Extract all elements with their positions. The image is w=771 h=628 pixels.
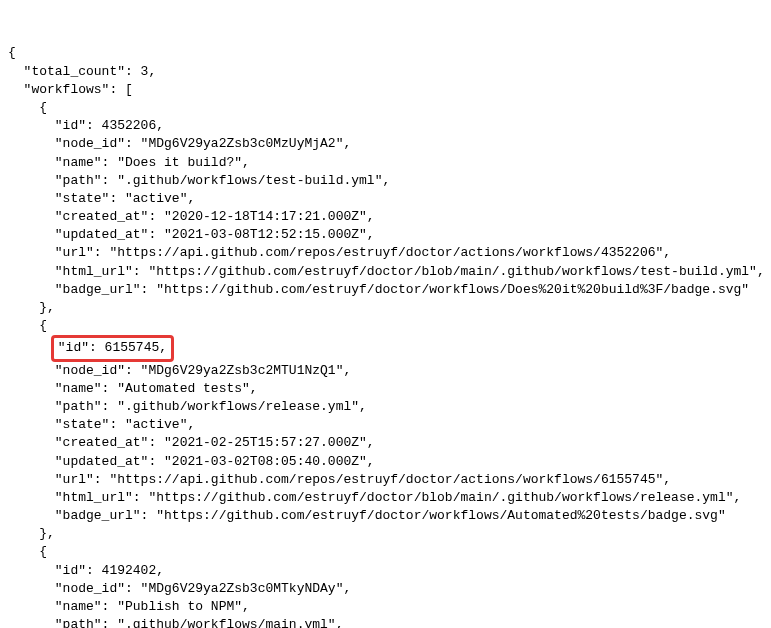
json-line: {	[8, 100, 47, 115]
json-line: "name": "Automated tests",	[8, 381, 258, 396]
json-line: "state": "active",	[8, 191, 195, 206]
json-line: "workflows": [	[8, 82, 133, 97]
json-line: "badge_url": "https://github.com/estruyf…	[8, 282, 749, 297]
json-line: "badge_url": "https://github.com/estruyf…	[8, 508, 726, 523]
json-line: "created_at": "2020-12-18T14:17:21.000Z"…	[8, 209, 375, 224]
json-line: "url": "https://api.github.com/repos/est…	[8, 472, 671, 487]
json-line: "state": "active",	[8, 417, 195, 432]
json-line: },	[8, 300, 55, 315]
highlighted-id-value: "id": 6155745,	[51, 335, 174, 361]
json-line: },	[8, 526, 55, 541]
json-line: "html_url": "https://github.com/estruyf/…	[8, 264, 765, 279]
json-line: "total_count": 3,	[8, 64, 156, 79]
json-line: "id": 4352206,	[8, 118, 164, 133]
json-line: {	[8, 318, 47, 333]
json-line: {	[8, 45, 16, 60]
json-output: { "total_count": 3, "workflows": [ { "id…	[8, 44, 763, 628]
indent	[8, 340, 55, 355]
json-line: "updated_at": "2021-03-08T12:52:15.000Z"…	[8, 227, 375, 242]
json-line: "node_id": "MDg6V29ya2Zsb3c0MzUyMjA2",	[8, 136, 351, 151]
json-line: "url": "https://api.github.com/repos/est…	[8, 245, 671, 260]
json-line: "created_at": "2021-02-25T15:57:27.000Z"…	[8, 435, 375, 450]
json-line: "node_id": "MDg6V29ya2Zsb3c2MTU1NzQ1",	[8, 363, 351, 378]
json-line: "path": ".github/workflows/main.yml",	[8, 617, 343, 628]
json-line: "name": "Does it build?",	[8, 155, 250, 170]
json-line: "name": "Publish to NPM",	[8, 599, 250, 614]
json-line: "html_url": "https://github.com/estruyf/…	[8, 490, 741, 505]
json-line: "id": 4192402,	[8, 563, 164, 578]
json-line-highlighted: "id": 6155745,	[8, 340, 174, 355]
json-line: "updated_at": "2021-03-02T08:05:40.000Z"…	[8, 454, 375, 469]
json-line: "path": ".github/workflows/test-build.ym…	[8, 173, 390, 188]
json-line: "node_id": "MDg6V29ya2Zsb3c0MTkyNDAy",	[8, 581, 351, 596]
json-line: {	[8, 544, 47, 559]
json-line: "path": ".github/workflows/release.yml",	[8, 399, 367, 414]
